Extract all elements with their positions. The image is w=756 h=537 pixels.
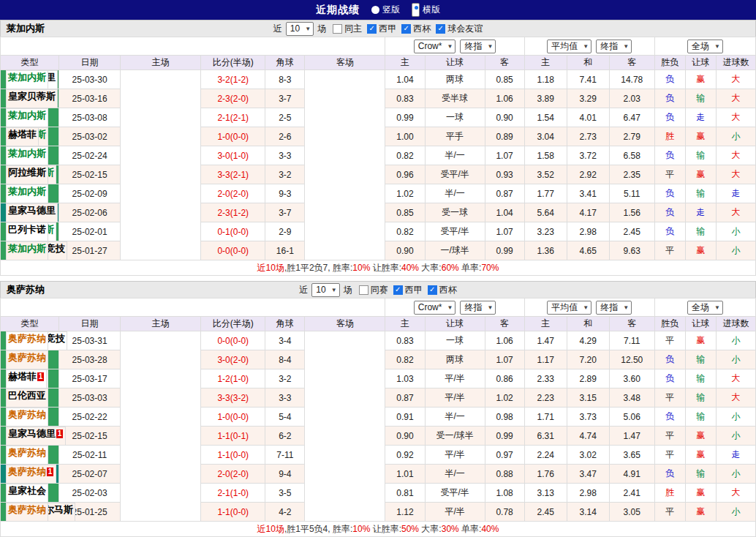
match-row: 西杯25-02-07皇家社会2-0(2-0)9-4奥萨苏纳11.01半/一0.8… <box>1 465 756 484</box>
team-name[interactable]: 奥萨苏纳 <box>8 504 46 515</box>
checkbox-icon[interactable]: ✓ <box>401 24 411 34</box>
score-cell[interactable]: 1-0(0-0) <box>201 408 265 427</box>
euro-away-odds: 12.50 <box>609 350 654 369</box>
filter-checkbox[interactable]: ✓西甲 <box>367 23 396 35</box>
team-name[interactable]: 巴伦西亚 <box>8 390 46 401</box>
col-header-eu-away: 客 <box>609 56 654 70</box>
score-cell[interactable]: 3-3(3-2) <box>201 388 265 408</box>
filter-checkbox[interactable]: ✓西杯 <box>428 284 457 296</box>
score-cell[interactable]: 3-3(2-1) <box>201 165 265 184</box>
bookmaker-select[interactable]: Crow*▼ <box>414 40 456 53</box>
away-team-cell[interactable]: 皇家贝蒂斯 <box>6 89 58 108</box>
score-cell[interactable]: 2-0(2-0) <box>201 184 265 203</box>
away-team-cell[interactable]: 阿拉维斯 <box>6 165 48 184</box>
summary-cell: 近10场,胜1平2负7, 胜率:10% 让胜率:40% 大率:60% 单率:70… <box>1 260 756 276</box>
team-name[interactable]: 莱加内斯 <box>8 243 46 254</box>
euro-odds-type-select[interactable]: 终指▼ <box>596 301 632 315</box>
score-cell[interactable]: 2-3(2-0) <box>201 89 265 108</box>
euro-average-select[interactable]: 平均值▼ <box>547 301 591 315</box>
away-team-cell[interactable]: 皇家马德里 <box>6 203 58 222</box>
layout-radio-vertical[interactable]: 竖版 <box>371 4 400 16</box>
checkbox-icon[interactable]: ✓ <box>393 285 403 295</box>
euro-average-select[interactable]: 平均值▼ <box>547 40 591 53</box>
team-name[interactable]: 巴列卡诺 <box>8 224 46 235</box>
score-cell[interactable]: 3-0(2-0) <box>201 350 265 369</box>
match-scope-select[interactable]: 全场▼ <box>687 301 723 315</box>
away-team-cell[interactable]: 奥萨苏纳 <box>6 446 48 465</box>
away-team-cell[interactable]: 莱加内斯 <box>6 70 48 89</box>
filter-checkbox[interactable]: ✓球会友谊 <box>436 23 483 35</box>
team-name[interactable]: 莱加内斯 <box>8 186 46 197</box>
team-name[interactable]: 奥萨苏纳 <box>8 447 46 458</box>
score-cell[interactable]: 2-1(2-1) <box>201 108 265 127</box>
away-team-cell[interactable]: 皇家马德里1 <box>6 427 66 446</box>
handicap-odds-type-select[interactable]: 终指▼ <box>460 301 496 315</box>
score-cell[interactable]: 2-3(1-2) <box>201 203 265 222</box>
away-team-cell[interactable]: 赫塔菲 <box>6 127 39 146</box>
team-name[interactable]: 莱加内斯 <box>8 72 46 83</box>
checkbox-icon[interactable]: ✓ <box>436 24 445 34</box>
team-name[interactable]: 莱加内斯 <box>8 110 46 121</box>
team-name[interactable]: 奥萨苏纳 <box>8 466 46 477</box>
recent-games-select[interactable]: 10 ▼ <box>286 22 314 36</box>
checkbox-icon[interactable] <box>359 285 368 295</box>
away-team-cell[interactable]: 奥萨苏纳 <box>6 503 48 522</box>
team-name[interactable]: 奥萨苏纳 <box>8 333 46 344</box>
layout-radio-horizontal[interactable]: 横版 <box>412 3 440 17</box>
handicap-odds-type-select[interactable]: 终指▼ <box>460 40 496 53</box>
away-team-cell[interactable]: 莱加内斯 <box>6 108 48 127</box>
filter-checkbox[interactable]: ✓西杯 <box>401 23 431 35</box>
handicap-away-odds: 0.98 <box>485 408 524 427</box>
score-cell[interactable]: 0-0(0-0) <box>201 241 265 260</box>
away-team-cell[interactable]: 莱加内斯 <box>6 184 48 203</box>
away-team-cell[interactable]: 巴列卡诺 <box>6 222 48 241</box>
score-cell[interactable]: 3-2(1-2) <box>201 70 265 89</box>
team-name[interactable]: 皇家马德里 <box>8 205 56 216</box>
filter-checkbox[interactable]: ✓西甲 <box>393 284 423 296</box>
team-name[interactable]: 莱加内斯 <box>8 148 46 159</box>
filter-checkbox[interactable]: 同主 <box>333 23 362 35</box>
match-scope-select[interactable]: 全场▼ <box>687 40 723 53</box>
checkbox-icon[interactable]: ✓ <box>428 285 437 295</box>
score-cell[interactable]: 3-0(1-0) <box>201 146 265 165</box>
score-cell[interactable]: 2-1(1-0) <box>201 484 265 503</box>
team-name[interactable]: 赫塔菲 <box>8 129 37 140</box>
away-team-cell[interactable]: 奥萨苏纳 <box>6 350 48 369</box>
away-team-cell[interactable]: 莱加内斯 <box>6 146 48 165</box>
team-name[interactable]: 赫塔菲 <box>8 371 37 382</box>
handicap-line: 平/半 <box>425 369 485 388</box>
checkbox-icon[interactable] <box>333 24 342 34</box>
score-cell[interactable]: 1-2(1-0) <box>201 369 265 388</box>
away-team-cell[interactable]: 皇家社会 <box>6 484 48 503</box>
score-cell[interactable]: 1-1(0-0) <box>201 503 265 522</box>
score-cell[interactable]: 1-1(0-1) <box>201 427 265 446</box>
score-cell[interactable]: 0-0(0-0) <box>201 331 265 350</box>
team-name[interactable]: 皇家社会 <box>8 485 46 496</box>
score-cell[interactable]: 1-0(0-0) <box>201 127 265 146</box>
score-cell[interactable]: 2-0(2-0) <box>201 465 265 484</box>
away-team-cell[interactable]: 奥萨苏纳 <box>6 408 48 427</box>
score-cell[interactable]: 0-1(0-0) <box>201 222 265 241</box>
away-team-cell[interactable]: 奥萨苏纳 <box>6 331 48 350</box>
away-team-cell[interactable]: 巴伦西亚 <box>6 388 48 408</box>
col-header-eu-draw: 和 <box>567 317 609 331</box>
checkbox-icon[interactable]: ✓ <box>367 24 377 34</box>
away-team-cell[interactable]: 莱加内斯 <box>6 241 48 260</box>
away-team-cell[interactable]: 奥萨苏纳1 <box>6 465 56 484</box>
bookmaker-select[interactable]: Crow*▼ <box>414 301 456 315</box>
team-name[interactable]: 奥萨苏纳 <box>8 352 46 363</box>
handicap-home-odds: 1.00 <box>385 127 425 146</box>
score-cell[interactable]: 1-1(0-0) <box>201 446 265 465</box>
away-team-cell[interactable]: 赫塔菲1 <box>6 369 47 388</box>
team-name[interactable]: 阿拉维斯 <box>8 167 46 178</box>
euro-odds-type-select[interactable]: 终指▼ <box>596 40 632 53</box>
red-card-badge: 1 <box>47 467 53 476</box>
radio-selected-icon[interactable] <box>412 3 420 17</box>
team-name[interactable]: 皇家马德里 <box>8 428 56 439</box>
filter-checkbox[interactable]: 同赛 <box>359 284 388 296</box>
team-name[interactable]: 皇家贝蒂斯 <box>8 91 56 102</box>
recent-games-select[interactable]: 10 ▼ <box>311 283 339 297</box>
radio-icon[interactable] <box>371 6 379 14</box>
team-name[interactable]: 奥萨苏纳 <box>8 409 46 420</box>
euro-home-odds: 1.76 <box>524 465 567 484</box>
